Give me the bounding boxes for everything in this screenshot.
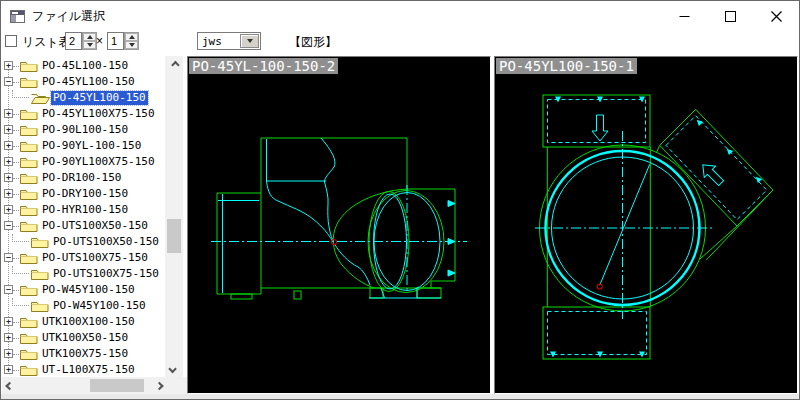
tree-expander-icon[interactable]: + <box>4 349 13 358</box>
tree-item-label: UTK100X50-150 <box>40 331 130 345</box>
tree-expander-icon[interactable]: + <box>4 333 13 342</box>
tree-item-label: PO-W45Y100-150 <box>40 283 137 297</box>
tree-expander-icon[interactable]: + <box>4 109 13 118</box>
folder-icon <box>19 59 39 73</box>
tree-item[interactable]: +UTK100X50-150 <box>2 330 187 346</box>
titlebar[interactable]: ファイル選択 <box>1 1 799 31</box>
tree-item-label: PO-W45Y100-150 <box>51 299 148 313</box>
tree-item[interactable]: +PO-DRY100-150 <box>2 186 187 202</box>
tree-scrollbar-horizontal[interactable] <box>2 377 166 394</box>
tree-expander-icon[interactable]: + <box>4 157 13 166</box>
preview-panel-1[interactable]: PO-45YL-100-150-2 <box>187 56 491 394</box>
folder-tree: +PO-45L100-150−PO-45YL100-150PO-45YL100-… <box>2 56 187 394</box>
tree-expander-icon[interactable]: + <box>4 125 13 134</box>
tree-item[interactable]: −PO-UTS100X50-150 <box>2 218 187 234</box>
tree-expander-icon[interactable]: − <box>4 77 13 86</box>
folder-icon <box>19 107 39 121</box>
tree-item[interactable]: +PO-90YL-100-150 <box>2 138 187 154</box>
maximize-button[interactable] <box>707 1 753 31</box>
tree-rows: +PO-45L100-150−PO-45YL100-150PO-45YL100-… <box>2 58 187 378</box>
tree-expander-icon[interactable]: − <box>4 285 13 294</box>
tree-expander-icon[interactable]: + <box>4 141 13 150</box>
tree-item[interactable]: +UTK100X75-150 <box>2 346 187 362</box>
tree-scrollbar-vertical[interactable] <box>165 56 183 377</box>
filetype-dropdown[interactable]: jws <box>197 32 261 50</box>
tree-item-label: PO-HYR100-150 <box>40 203 130 217</box>
tree-item[interactable]: +PO-45YL100X75-150 <box>2 106 187 122</box>
tree-item[interactable]: −PO-W45Y100-150 <box>2 282 187 298</box>
folder-icon <box>19 363 39 377</box>
tree-item[interactable]: +PO-HYR100-150 <box>2 202 187 218</box>
tree-expander-icon[interactable]: − <box>4 253 13 262</box>
tree-expander-icon[interactable]: + <box>4 61 13 70</box>
vertical-scroll-thumb[interactable] <box>167 219 181 253</box>
list-view-checkbox[interactable] <box>5 35 17 47</box>
tree-item[interactable]: +UT-L100X75-150 <box>2 362 187 378</box>
tree-item[interactable]: +PO-45L100-150 <box>2 58 187 74</box>
window-bottom-edge <box>1 394 799 400</box>
minimize-button[interactable] <box>661 1 707 31</box>
tree-expander-icon[interactable]: + <box>4 317 13 326</box>
filetype-value: jws <box>202 34 222 49</box>
folder-icon <box>19 219 39 233</box>
tree-item[interactable]: PO-45YL100-150 <box>2 90 187 106</box>
tree-item-label: PO-UTS100X75-150 <box>51 267 161 281</box>
tree-item[interactable]: PO-W45Y100-150 <box>2 298 187 314</box>
tree-item[interactable]: −PO-45YL100-150 <box>2 74 187 90</box>
horizontal-scroll-thumb[interactable] <box>90 379 144 392</box>
window-title: ファイル選択 <box>32 8 105 24</box>
tree-item-label: PO-UTS100X50-150 <box>51 235 161 249</box>
tree-item[interactable]: +PO-DR100-150 <box>2 170 187 186</box>
tree-item-label: PO-90L100-150 <box>40 123 130 137</box>
scroll-up-button[interactable] <box>165 56 182 73</box>
tree-connector <box>12 234 29 242</box>
tree-expander-icon[interactable]: + <box>4 205 13 214</box>
spin-down-button[interactable] <box>125 41 138 49</box>
folder-icon <box>19 251 39 265</box>
tree-item-label: PO-90YL100X75-150 <box>40 155 157 169</box>
spin-up-button[interactable] <box>83 33 96 41</box>
tree-item-label: PO-45YL100-150 <box>51 91 148 105</box>
spin-down-button[interactable] <box>83 41 96 49</box>
tree-expander-icon[interactable]: + <box>4 365 13 374</box>
folder-icon <box>19 283 39 297</box>
tree-item[interactable]: −PO-UTS100X75-150 <box>2 250 187 266</box>
folder-icon <box>30 235 50 249</box>
columns-spinner-value[interactable]: 2 <box>65 32 82 50</box>
folder-icon <box>19 171 39 185</box>
dropdown-arrow-icon[interactable] <box>240 34 259 48</box>
columns-spinner <box>82 32 97 50</box>
scroll-left-button[interactable] <box>2 377 19 394</box>
tree-item[interactable]: +PO-90L100-150 <box>2 122 187 138</box>
tree-item[interactable]: PO-UTS100X75-150 <box>2 266 187 282</box>
cad-drawing-top-view <box>495 57 797 393</box>
rows-spinner <box>124 32 139 50</box>
spin-up-button[interactable] <box>125 33 138 41</box>
tree-item[interactable]: +UTK100X100-150 <box>2 314 187 330</box>
scroll-down-button[interactable] <box>165 360 182 377</box>
tree-item-label: PO-UTS100X75-150 <box>40 251 150 265</box>
folder-icon <box>19 315 39 329</box>
folder-icon <box>19 123 39 137</box>
tree-item-label: UTK100X75-150 <box>40 347 130 361</box>
rows-spinner-value[interactable]: 1 <box>107 32 124 50</box>
preview-panel-2[interactable]: PO-45YL100-150-1 <box>494 56 798 394</box>
tree-item-label: PO-DR100-150 <box>40 171 123 185</box>
folder-icon <box>30 267 50 281</box>
tree-expander-icon[interactable]: + <box>4 173 13 182</box>
folder-icon <box>30 299 50 313</box>
folder-icon <box>19 75 39 89</box>
scroll-right-button[interactable] <box>149 377 166 394</box>
scrollbar-corner <box>166 377 187 394</box>
folder-icon <box>19 203 39 217</box>
tree-item-label: PO-UTS100X50-150 <box>40 219 150 233</box>
tree-expander-icon[interactable]: + <box>4 189 13 198</box>
close-button[interactable] <box>753 1 799 31</box>
preview-title-1: PO-45YL-100-150-2 <box>189 58 338 74</box>
file-selection-dialog: ファイル選択 リスト表示 2 × 1 jws 【図形】 +PO-4 <box>0 0 800 400</box>
app-icon <box>10 9 25 22</box>
tree-item[interactable]: PO-UTS100X50-150 <box>2 234 187 250</box>
tree-item[interactable]: +PO-90YL100X75-150 <box>2 154 187 170</box>
tree-item-label: PO-45YL100X75-150 <box>40 107 157 121</box>
tree-expander-icon[interactable]: − <box>4 221 13 230</box>
